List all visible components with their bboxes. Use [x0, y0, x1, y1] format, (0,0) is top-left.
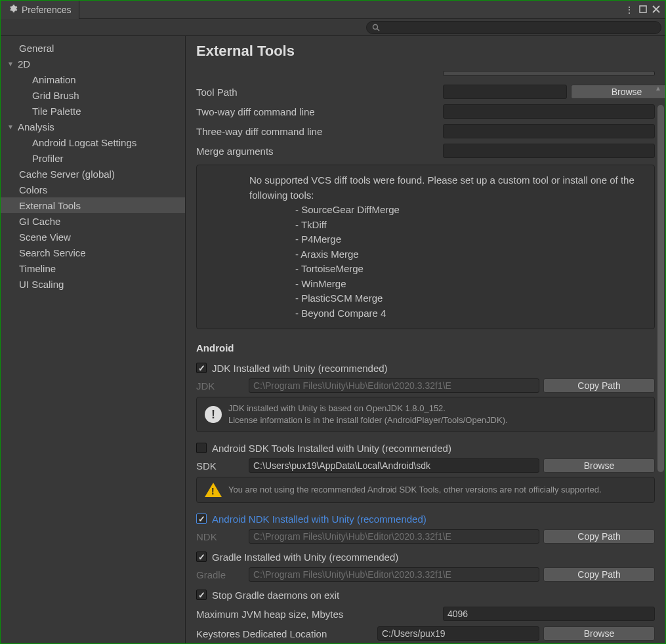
sidebar-item-label: GI Cache	[19, 216, 60, 227]
tool-path-input[interactable]	[443, 85, 567, 99]
gradle-label: Gradle	[196, 569, 245, 580]
gradle-installed-label: Gradle Installed with Unity (recommended…	[212, 552, 398, 563]
ndk-installed-label: Android NDK Installed with Unity (recomm…	[212, 513, 427, 525]
chevron-down-icon: ▼	[6, 60, 15, 68]
jdk-info-line1: JDK installed with Unity is based on Ope…	[228, 403, 508, 414]
sidebar-item-label: Timeline	[19, 263, 56, 274]
sdk-warning-box: You are not using the recommended Androi…	[196, 477, 655, 503]
sidebar-item-android-logcat-settings[interactable]: Android Logcat Settings	[1, 134, 185, 150]
vcs-tool-item: - PlasticSCM Merge	[295, 291, 645, 306]
titlebar: Preferences ⋮	[1, 1, 665, 19]
sidebar-item-gi-cache[interactable]: GI Cache	[1, 213, 185, 229]
gear-icon	[9, 4, 18, 15]
sidebar-item-label: Android Logcat Settings	[32, 137, 136, 148]
vcs-tool-item: - TkDiff	[295, 218, 645, 233]
sidebar-item-animation[interactable]: Animation	[1, 71, 185, 87]
maximize-icon[interactable]	[639, 5, 647, 15]
sidebar-item-label: Colors	[19, 184, 47, 195]
vcs-tool-item: - WinMerge	[295, 277, 645, 292]
two-way-diff-input[interactable]	[443, 104, 655, 119]
content-pane: External Tools Tool Path Browse Two-way …	[186, 36, 665, 643]
sidebar-item-external-tools[interactable]: External Tools	[1, 197, 185, 213]
gradle-copy-path-button[interactable]: Copy Path	[543, 567, 655, 582]
more-icon[interactable]: ⋮	[625, 5, 634, 15]
sidebar-item-label: External Tools	[19, 200, 81, 211]
sidebar-item-cache-server-global-[interactable]: Cache Server (global)	[1, 166, 185, 182]
sidebar-item-label: Search Service	[19, 247, 86, 258]
sidebar-item-tile-palette[interactable]: Tile Palette	[1, 103, 185, 119]
vcs-tool-item: - Beyond Compare 4	[295, 306, 645, 321]
stop-gradle-checkbox[interactable]	[196, 590, 207, 600]
three-way-diff-input[interactable]	[443, 124, 655, 138]
jdk-installed-checkbox[interactable]	[196, 363, 207, 373]
gradle-path-input	[249, 567, 539, 582]
partial-label	[196, 71, 439, 76]
vcs-tool-item: - TortoiseMerge	[295, 262, 645, 277]
keystore-label: Keystores Dedicated Location	[196, 628, 373, 639]
svg-point-1	[373, 24, 378, 29]
jdk-info-line2: License information is in the install fo…	[228, 414, 508, 426]
sdk-warning-text: You are not using the recommended Androi…	[228, 484, 602, 496]
vcs-info-msg: No supported VCS diff tools were found. …	[249, 173, 645, 203]
keystore-browse-button[interactable]: Browse	[543, 626, 655, 641]
sidebar-item-label: Tile Palette	[32, 106, 81, 117]
keystore-path-input[interactable]	[377, 626, 539, 641]
sidebar-item-timeline[interactable]: Timeline	[1, 260, 185, 276]
close-icon[interactable]	[652, 5, 660, 15]
diff-tool-dropdown[interactable]	[443, 71, 655, 76]
jvm-heap-input[interactable]	[443, 607, 655, 621]
sdk-installed-checkbox[interactable]	[196, 443, 207, 453]
sidebar-item-label: Animation	[32, 74, 76, 85]
two-way-diff-label: Two-way diff command line	[196, 106, 439, 117]
sidebar-item-ui-scaling[interactable]: UI Scaling	[1, 276, 185, 292]
gradle-installed-checkbox[interactable]	[196, 552, 207, 562]
jdk-label: JDK	[196, 380, 245, 392]
ndk-installed-checkbox[interactable]	[196, 513, 207, 524]
sidebar-item-label: Profiler	[32, 153, 64, 164]
sidebar-item-search-service[interactable]: Search Service	[1, 245, 185, 260]
tool-path-browse-button[interactable]: Browse	[571, 85, 665, 99]
scrollbar[interactable]	[657, 75, 664, 642]
preferences-window: Preferences ⋮ General▼2DAnimationGrid Br…	[0, 0, 666, 644]
three-way-diff-label: Three-way diff command line	[196, 126, 439, 137]
tab-title: Preferences	[22, 5, 71, 15]
sidebar: General▼2DAnimationGrid BrushTile Palett…	[1, 36, 186, 643]
sidebar-item-grid-brush[interactable]: Grid Brush	[1, 87, 185, 103]
page-title: External Tools	[196, 43, 655, 60]
jdk-path-input	[249, 378, 539, 393]
sdk-browse-button[interactable]: Browse	[543, 458, 655, 473]
jdk-copy-path-button[interactable]: Copy Path	[543, 378, 655, 393]
sidebar-item-2d[interactable]: ▼2D	[1, 56, 185, 71]
sidebar-item-scene-view[interactable]: Scene View	[1, 229, 185, 245]
sidebar-item-colors[interactable]: Colors	[1, 182, 185, 197]
ndk-copy-path-button[interactable]: Copy Path	[543, 529, 655, 544]
merge-args-label: Merge arguments	[196, 146, 439, 157]
scroll-thumb[interactable]	[657, 105, 664, 472]
sidebar-item-profiler[interactable]: Profiler	[1, 150, 185, 166]
svg-line-2	[377, 28, 380, 31]
ndk-path-input	[249, 529, 539, 544]
stop-gradle-label: Stop Gradle daemons on exit	[212, 590, 339, 601]
vcs-tools-info: No supported VCS diff tools were found. …	[196, 165, 655, 329]
android-header: Android	[196, 342, 655, 353]
sdk-label: SDK	[196, 460, 245, 472]
sidebar-item-label: Analysis	[18, 121, 54, 132]
search-input[interactable]	[366, 21, 661, 34]
sidebar-item-label: UI Scaling	[19, 279, 64, 290]
jvm-heap-label: Maximum JVM heap size, Mbytes	[196, 609, 439, 620]
merge-args-input[interactable]	[443, 144, 655, 158]
svg-rect-0	[640, 6, 646, 12]
sidebar-item-label: Scene View	[19, 231, 71, 243]
ndk-label: NDK	[196, 531, 245, 542]
sidebar-item-analysis[interactable]: ▼Analysis	[1, 119, 185, 134]
vcs-tool-item: - Araxis Merge	[295, 247, 645, 262]
searchbar	[1, 19, 665, 36]
jdk-installed-label: JDK Installed with Unity (recommended)	[212, 363, 388, 374]
sidebar-item-label: General	[19, 43, 54, 54]
preferences-tab[interactable]: Preferences	[1, 1, 79, 19]
sidebar-item-label: 2D	[18, 58, 30, 70]
sidebar-item-general[interactable]: General	[1, 40, 185, 56]
chevron-down-icon: ▼	[6, 123, 15, 131]
sdk-path-input[interactable]	[249, 458, 539, 473]
sidebar-item-label: Cache Server (global)	[19, 169, 115, 180]
